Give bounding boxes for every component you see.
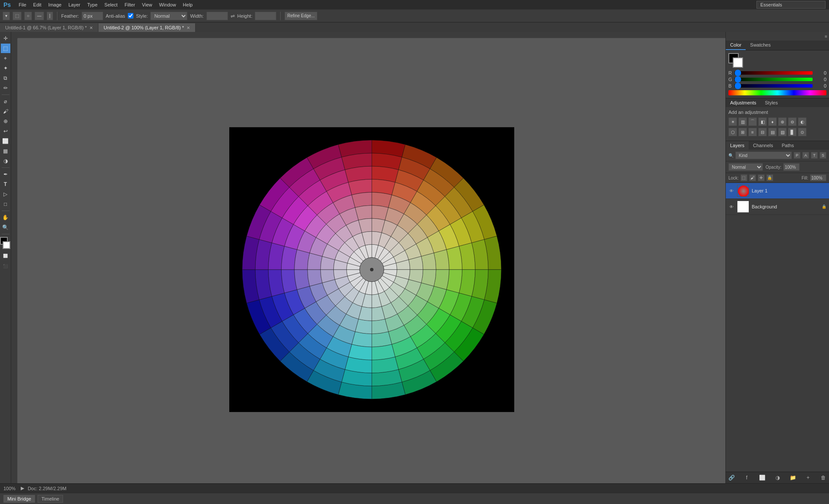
tab-paths[interactable]: Paths [778, 141, 798, 150]
path-select-tool[interactable]: ▷ [1, 189, 10, 199]
menu-select[interactable]: Select [101, 1, 121, 8]
lock-position-btn[interactable]: ✛ [758, 174, 765, 181]
menu-edit[interactable]: Edit [30, 1, 45, 8]
menu-image[interactable]: Image [45, 1, 65, 8]
tab-adjustments[interactable]: Adjustments [726, 98, 761, 107]
feather-input[interactable] [82, 12, 103, 20]
layer-item[interactable]: 👁 Layer 1 [726, 183, 829, 199]
menu-view[interactable]: View [139, 1, 156, 8]
history-brush-tool[interactable]: ↩ [1, 126, 10, 136]
layer-mask-btn[interactable]: ⬜ [758, 474, 766, 482]
background-color[interactable] [3, 241, 10, 249]
blend-mode-select[interactable]: Normal Dissolve Multiply Screen [728, 163, 763, 171]
fill-input[interactable] [810, 174, 826, 181]
panel-options-btn[interactable]: ≡ [825, 34, 827, 39]
adj-selcolor-btn[interactable]: ⊙ [798, 128, 807, 136]
quick-mask-btn[interactable]: ⬜ [1, 251, 10, 261]
ellipse-marquee-btn[interactable]: ○ [24, 12, 32, 20]
adj-invert-btn[interactable]: ⊟ [758, 128, 767, 136]
antialias-checkbox[interactable] [128, 13, 133, 19]
adj-poster-btn[interactable]: ▤ [768, 128, 777, 136]
quick-select-tool[interactable]: ✦ [1, 63, 10, 73]
adj-levels-btn[interactable]: ▥ [738, 117, 747, 126]
filter-type-select[interactable]: Kind Name Effect [735, 151, 792, 159]
tab-color[interactable]: Color [726, 41, 746, 50]
filter-adj-btn[interactable]: A [802, 152, 809, 159]
opacity-input[interactable] [783, 163, 800, 171]
adj-colorlookup-btn[interactable]: ≡ [748, 128, 757, 136]
tab-close-2[interactable]: ✕ [187, 25, 190, 30]
eyedropper-tool[interactable]: ✏ [1, 83, 10, 93]
shape-tool[interactable]: □ [1, 199, 10, 209]
canvas-area[interactable] [18, 38, 725, 483]
spot-heal-tool[interactable]: ⌀ [1, 97, 10, 106]
bottom-tab-timeline[interactable]: Timeline [38, 495, 63, 503]
layer-link-btn[interactable]: 🔗 [728, 474, 735, 482]
bottom-tab-mini-bridge[interactable]: Mini Bridge [3, 495, 35, 503]
filter-type-btn[interactable]: T [811, 152, 818, 159]
tab-close-1[interactable]: ✕ [89, 25, 93, 30]
tab-styles[interactable]: Styles [761, 98, 782, 107]
menu-help[interactable]: Help [180, 1, 196, 8]
adj-brightness-btn[interactable]: ☀ [728, 117, 737, 126]
menu-window[interactable]: Window [155, 1, 179, 8]
tab-swatches[interactable]: Swatches [746, 41, 775, 50]
tab-untitled2[interactable]: Untitled-2 @ 100% (Layer 1, RGB/8) * ✕ [98, 23, 196, 32]
layer-fx-btn[interactable]: f [743, 474, 751, 482]
eraser-tool[interactable]: ⬜ [1, 136, 10, 146]
adj-hue-btn[interactable]: ⊛ [778, 117, 787, 126]
tool-preset-btn[interactable]: ▾ [3, 12, 10, 20]
lock-image-btn[interactable]: 🖌 [749, 174, 756, 181]
adj-chanmix-btn[interactable]: ⊞ [738, 128, 747, 136]
adj-bw-btn[interactable]: ◐ [798, 117, 807, 126]
tab-layers[interactable]: Layers [726, 141, 749, 150]
brush-tool[interactable]: 🖌 [1, 107, 10, 116]
height-input[interactable] [255, 12, 276, 20]
rect-marquee-btn[interactable]: ⬚ [13, 12, 22, 20]
clone-tool[interactable]: ⊕ [1, 117, 10, 126]
text-tool[interactable]: T [1, 180, 10, 189]
single-col-btn[interactable]: | [47, 12, 53, 20]
background-swatch[interactable] [733, 57, 743, 68]
tab-untitled1[interactable]: Untitled-1 @ 66.7% (Layer 1, RGB/8) * ✕ [0, 23, 98, 32]
swap-icon[interactable]: ⇌ [231, 13, 235, 19]
screen-mode-btn[interactable]: ⬛ [1, 261, 10, 271]
gradient-tool[interactable]: ▦ [1, 146, 10, 156]
tab-channels[interactable]: Channels [749, 141, 777, 150]
single-row-btn[interactable]: — [35, 12, 44, 20]
style-select[interactable]: Normal Fixed Ratio Fixed Size [150, 12, 187, 20]
adj-colorbal-btn[interactable]: ⊖ [788, 117, 797, 126]
lock-all-btn[interactable]: 🔒 [766, 174, 773, 181]
adj-exposure-btn[interactable]: ◧ [758, 117, 767, 126]
adj-curves-btn[interactable]: ⌒ [748, 117, 757, 126]
b-slider[interactable] [734, 84, 813, 88]
lasso-tool[interactable]: ⌖ [1, 54, 10, 63]
adj-photofil-btn[interactable]: ⬡ [728, 128, 737, 136]
delete-layer-btn[interactable]: 🗑 [820, 474, 827, 482]
pen-tool[interactable]: ✒ [1, 170, 10, 179]
g-slider[interactable] [734, 78, 813, 81]
new-layer-btn[interactable]: + [804, 474, 812, 482]
color-spectrum-bar[interactable] [728, 90, 826, 95]
r-slider[interactable] [734, 71, 813, 75]
adj-threshold-btn[interactable]: ▧ [778, 128, 787, 136]
marquee-tool[interactable]: ⬚ [1, 44, 10, 53]
adj-gradmap-btn[interactable]: ▊ [788, 128, 797, 136]
menu-file[interactable]: File [15, 1, 30, 8]
filter-pixel-btn[interactable]: P [794, 152, 801, 159]
lock-transparent-btn[interactable]: ⬚ [740, 174, 747, 181]
layer-item[interactable]: 👁 Background 🔒 [726, 199, 829, 215]
refine-edge-btn[interactable]: Refine Edge... [285, 12, 317, 20]
hand-tool[interactable]: ✋ [1, 213, 10, 222]
new-group-btn[interactable]: 📁 [789, 474, 797, 482]
new-fill-adj-btn[interactable]: ◑ [774, 474, 782, 482]
layer-visibility-2[interactable]: 👁 [728, 204, 734, 210]
workspace-search[interactable] [756, 1, 826, 9]
menu-filter[interactable]: Filter [121, 1, 138, 8]
layer-visibility-1[interactable]: 👁 [728, 188, 734, 194]
move-tool[interactable]: ✛ [1, 34, 10, 43]
dodge-tool[interactable]: ◑ [1, 156, 10, 166]
crop-tool[interactable]: ⧉ [1, 73, 10, 83]
filter-smart-btn[interactable]: S [820, 152, 826, 159]
menu-layer[interactable]: Layer [65, 1, 84, 8]
